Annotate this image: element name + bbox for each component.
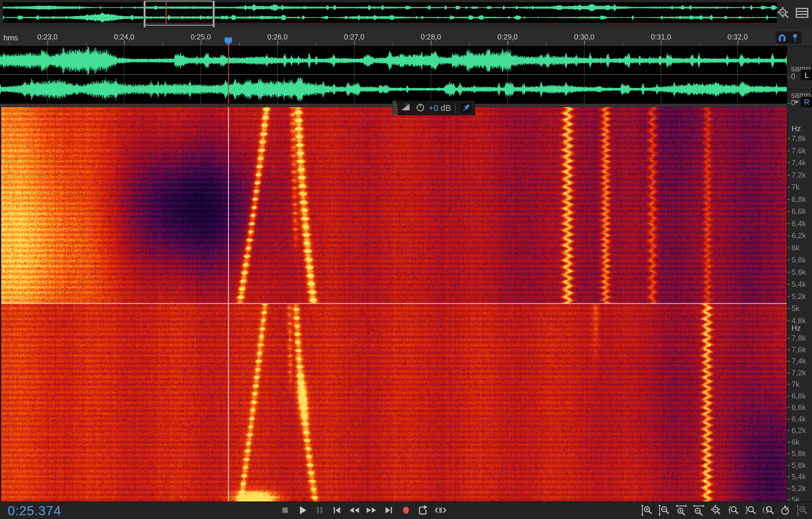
pause-button[interactable] bbox=[313, 504, 326, 517]
gain-unit: dB bbox=[440, 103, 451, 113]
skip-to-start-button[interactable] bbox=[330, 504, 343, 517]
waveform-display[interactable] bbox=[0, 46, 787, 103]
zoom-reset bbox=[709, 504, 722, 517]
zoom-to-out-point-button[interactable]: } bbox=[744, 504, 757, 517]
frequency-tick-label: 6k bbox=[791, 243, 800, 252]
rewind-button[interactable] bbox=[348, 504, 360, 517]
channel-badge-l[interactable]: L bbox=[800, 70, 812, 81]
record-button[interactable] bbox=[400, 504, 412, 517]
navigate-zoom-button[interactable] bbox=[775, 5, 790, 22]
hud-pin-button[interactable] bbox=[460, 102, 472, 114]
loop-playback-button[interactable] bbox=[417, 504, 430, 517]
amplitude-value-label: 0 bbox=[791, 72, 795, 81]
channel-divider-line bbox=[1, 303, 787, 304]
ruler-tick-major bbox=[124, 40, 125, 45]
fast-forward bbox=[365, 504, 378, 517]
frequency-tick bbox=[787, 442, 790, 442]
ruler-tick-major bbox=[738, 40, 738, 45]
zoom-in-vertical-button[interactable] bbox=[640, 504, 654, 517]
ruler-tick-minor bbox=[9, 42, 10, 45]
amplitude-scroll-arrow[interactable] bbox=[794, 101, 799, 104]
overview-playhead[interactable] bbox=[166, 2, 167, 24]
frequency-tick bbox=[787, 361, 790, 362]
gain-knob-icon[interactable] bbox=[414, 101, 426, 114]
frequency-tick-label: 5,6k bbox=[791, 268, 806, 277]
ruler-tick-minor bbox=[393, 42, 393, 45]
frequency-tick-label: 5,8k bbox=[791, 449, 806, 458]
frequency-tick-label: 7,6k bbox=[791, 146, 806, 155]
gain-hud[interactable]: +0 dB bbox=[392, 101, 475, 115]
hud-drag-handle[interactable] bbox=[392, 101, 397, 115]
timeline-ruler[interactable]: hms 0:23,00:24,00:25,00:26,00:27,00:28,0… bbox=[0, 29, 812, 46]
frequency-unit-label: Hz bbox=[791, 324, 801, 333]
stop bbox=[279, 504, 292, 517]
loop-playback bbox=[417, 504, 430, 517]
solo-monitor-button[interactable] bbox=[776, 32, 789, 44]
frequency-tick-label: 6,2k bbox=[791, 426, 806, 435]
frequency-tick bbox=[787, 384, 790, 385]
transport-controls bbox=[279, 504, 447, 517]
ruler-tick-minor bbox=[546, 42, 547, 45]
zoom-vertical-disabled bbox=[796, 504, 809, 517]
zoom-out-horizontal bbox=[692, 504, 705, 517]
hud-separator bbox=[455, 103, 456, 113]
ruler-unit-label: hms bbox=[3, 33, 18, 42]
spectrogram-display[interactable] bbox=[0, 107, 787, 501]
spectrogram-canvas bbox=[1, 107, 787, 501]
skip-to-end-button[interactable] bbox=[382, 504, 395, 517]
overview-selection-box[interactable] bbox=[145, 1, 214, 26]
waveform-canvas bbox=[0, 46, 787, 103]
timer-button[interactable] bbox=[779, 504, 791, 517]
zoom-to-in-point: { bbox=[727, 504, 740, 517]
status-bar: 0:25.374 {}{} bbox=[0, 501, 812, 519]
panel-menu-button[interactable] bbox=[794, 5, 810, 22]
frequency-tick-label: 7,8k bbox=[791, 334, 806, 343]
channel-badge-r[interactable]: R bbox=[800, 96, 812, 108]
skip-selection-button[interactable] bbox=[434, 504, 447, 517]
zoom-in-horizontal-button[interactable] bbox=[675, 504, 688, 517]
zoom-to-selection-button[interactable]: {} bbox=[761, 504, 774, 517]
zoom-toolbar: {}{} bbox=[640, 504, 809, 517]
playhead-time-display[interactable]: 0:25.374 bbox=[8, 503, 61, 518]
frequency-tick bbox=[787, 199, 790, 200]
frequency-tick bbox=[787, 372, 790, 373]
ruler-tick-major bbox=[584, 40, 585, 45]
svg-text:{}: {} bbox=[761, 506, 770, 514]
frequency-tick-label: 5,2k bbox=[791, 484, 806, 493]
play bbox=[296, 504, 309, 517]
timer bbox=[779, 504, 791, 517]
zoom-to-selection: {} bbox=[761, 504, 774, 517]
pin-playhead-button[interactable] bbox=[789, 32, 802, 44]
ruler-tick-minor bbox=[86, 42, 86, 45]
push-pin-icon bbox=[460, 102, 472, 114]
zoom-out-horizontal-button[interactable] bbox=[692, 504, 705, 517]
ruler-tick-label: 0:29,0 bbox=[497, 33, 518, 41]
frequency-tick-label: 7k bbox=[791, 380, 800, 389]
overview-strip[interactable] bbox=[0, 0, 812, 29]
zoom-reset-button[interactable] bbox=[709, 504, 722, 517]
panel-divider-line bbox=[787, 89, 812, 90]
level-meter-icon bbox=[401, 101, 412, 114]
gain-knob-icon bbox=[414, 101, 426, 113]
rewind bbox=[348, 504, 360, 517]
ruler-tick-label: 0:32,0 bbox=[727, 33, 748, 41]
gain-value[interactable]: +0 bbox=[429, 103, 438, 113]
amplitude-tick bbox=[787, 77, 790, 78]
frequency-tick bbox=[787, 187, 790, 187]
stop-button[interactable] bbox=[279, 504, 292, 517]
zoom-out-vertical-button[interactable] bbox=[658, 504, 671, 517]
fast-forward-button[interactable] bbox=[365, 504, 378, 517]
frequency-tick-label: 7,8k bbox=[791, 134, 806, 143]
ruler-tick-major bbox=[48, 40, 48, 45]
ruler-tick-major bbox=[354, 40, 355, 45]
play-button[interactable] bbox=[296, 504, 309, 517]
frequency-tick bbox=[787, 162, 790, 163]
selection-handle-left[interactable] bbox=[143, 0, 146, 28]
zoom-to-in-point-button[interactable]: { bbox=[727, 504, 740, 517]
selection-handle-right[interactable] bbox=[212, 0, 215, 28]
ruler-tick-label: 0:25,0 bbox=[191, 33, 211, 41]
frequency-tick bbox=[787, 320, 790, 321]
navigate-zoom-icon bbox=[775, 5, 790, 21]
frequency-tick bbox=[787, 396, 790, 396]
zoom-in-horizontal bbox=[675, 504, 688, 517]
